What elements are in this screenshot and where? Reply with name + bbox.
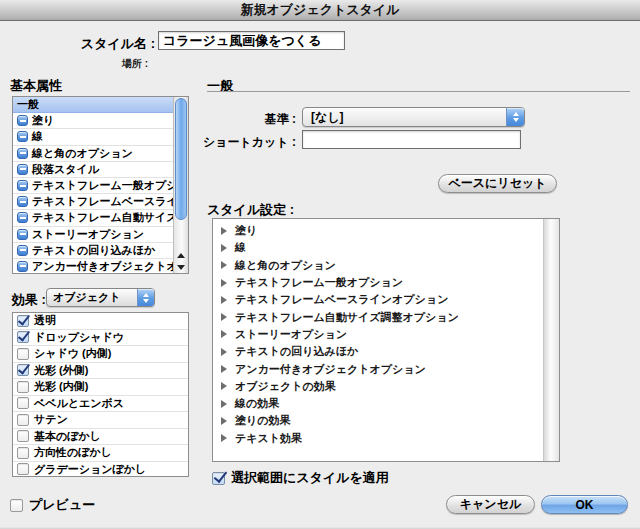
- style-name-input[interactable]: [158, 31, 345, 50]
- mixed-state-checkbox-icon[interactable]: [17, 196, 28, 207]
- style-settings-scrollbar[interactable]: [543, 219, 559, 461]
- disclosure-triangle-icon[interactable]: [221, 296, 227, 304]
- style-setting-item[interactable]: 塗り: [213, 222, 542, 239]
- effect-list-item[interactable]: ベベルとエンボス: [13, 396, 188, 413]
- attribute-item-label: 線: [32, 129, 43, 144]
- preview-checkbox[interactable]: [10, 499, 23, 512]
- attributes-scrollbar[interactable]: [173, 97, 188, 273]
- attribute-list-item[interactable]: テキストフレームベースラインオプション: [13, 194, 173, 210]
- scroll-down-button[interactable]: [174, 261, 188, 273]
- attribute-list-item[interactable]: 塗り: [13, 113, 173, 129]
- effect-list-item[interactable]: シャドウ (内側): [13, 346, 188, 363]
- disclosure-triangle-icon[interactable]: [221, 434, 227, 442]
- disclosure-triangle-icon[interactable]: [221, 348, 227, 356]
- effect-checkbox[interactable]: [17, 414, 29, 426]
- based-on-value: [なし]: [303, 108, 524, 126]
- style-name-label: スタイル名 :: [0, 35, 155, 53]
- preview-option[interactable]: プレビュー: [10, 496, 95, 514]
- disclosure-triangle-icon[interactable]: [221, 279, 227, 287]
- attribute-list-item[interactable]: 一般: [13, 97, 173, 113]
- mixed-state-checkbox-icon[interactable]: [17, 261, 28, 272]
- style-setting-label: テキストフレーム自動サイズ調整オプション: [235, 310, 459, 325]
- effect-checkbox[interactable]: [17, 397, 29, 409]
- style-setting-item[interactable]: アンカー付きオブジェクトオプション: [213, 360, 542, 377]
- reset-to-base-button[interactable]: ベースにリセット: [438, 174, 557, 193]
- arrow-up-icon: [513, 112, 519, 116]
- effect-list-item[interactable]: 透明: [13, 313, 188, 330]
- effect-list-item[interactable]: 方向性のぼかし: [13, 445, 188, 462]
- arrow-down-icon: [143, 299, 149, 303]
- style-settings-label: スタイル設定 :: [207, 201, 294, 219]
- effect-list-item[interactable]: ドロップシャドウ: [13, 330, 188, 347]
- disclosure-triangle-icon[interactable]: [221, 330, 227, 338]
- style-setting-item[interactable]: 線の効果: [213, 395, 542, 412]
- attributes-scrollbar-thumb[interactable]: [175, 98, 187, 220]
- effect-checkbox[interactable]: [17, 430, 29, 442]
- disclosure-triangle-icon[interactable]: [221, 244, 227, 252]
- style-setting-item[interactable]: 線と角のオプション: [213, 257, 542, 274]
- arrow-down-icon: [177, 265, 185, 270]
- effect-checkbox[interactable]: [17, 315, 29, 327]
- style-setting-item[interactable]: 線: [213, 239, 542, 256]
- effect-checkbox[interactable]: [17, 447, 29, 459]
- mixed-state-checkbox-icon[interactable]: [17, 148, 28, 159]
- apply-to-selection-checkbox[interactable]: [212, 472, 225, 485]
- effects-target-dropdown[interactable]: オブジェクト: [46, 288, 155, 307]
- attribute-list-item[interactable]: テキストフレーム一般オプション: [13, 178, 173, 194]
- mixed-state-checkbox-icon[interactable]: [17, 131, 28, 142]
- disclosure-triangle-icon[interactable]: [221, 400, 227, 408]
- scroll-up-button[interactable]: [174, 249, 188, 261]
- disclosure-triangle-icon[interactable]: [221, 313, 227, 321]
- effect-checkbox[interactable]: [17, 348, 29, 360]
- mixed-state-checkbox-icon[interactable]: [17, 164, 28, 175]
- style-setting-item[interactable]: テキストフレーム自動サイズ調整オプション: [213, 308, 542, 325]
- effect-list-item[interactable]: 基本のぼかし: [13, 429, 188, 446]
- based-on-dropdown[interactable]: [なし]: [302, 107, 525, 127]
- disclosure-triangle-icon[interactable]: [221, 417, 227, 425]
- effect-item-label: ベベルとエンボス: [34, 396, 124, 411]
- style-setting-item[interactable]: テキスト効果: [213, 430, 542, 447]
- effect-checkbox[interactable]: [17, 331, 29, 343]
- attribute-list-item[interactable]: 線: [13, 129, 173, 145]
- style-setting-item[interactable]: テキストの回り込みほか: [213, 343, 542, 360]
- attribute-list-item[interactable]: 段落スタイル: [13, 162, 173, 178]
- style-setting-item[interactable]: 塗りの効果: [213, 412, 542, 429]
- style-setting-item[interactable]: テキストフレームベースラインオプション: [213, 291, 542, 308]
- apply-to-selection-option[interactable]: 選択範囲にスタイルを適用: [212, 469, 389, 487]
- effect-list-item[interactable]: サテン: [13, 412, 188, 429]
- style-setting-item[interactable]: オブジェクトの効果: [213, 378, 542, 395]
- attribute-list-item[interactable]: テキストフレーム自動サイズ調整オプション: [13, 210, 173, 226]
- attribute-list-item[interactable]: 線と角のオプション: [13, 146, 173, 162]
- mixed-state-checkbox-icon[interactable]: [17, 115, 28, 126]
- mixed-state-checkbox-icon[interactable]: [17, 229, 28, 240]
- disclosure-triangle-icon[interactable]: [221, 261, 227, 269]
- disclosure-triangle-icon[interactable]: [221, 382, 227, 390]
- attribute-list-item[interactable]: テキストの回り込みほか: [13, 243, 173, 259]
- attribute-list-item[interactable]: アンカー付きオブジェクトオプション: [13, 259, 173, 273]
- mixed-state-checkbox-icon[interactable]: [17, 245, 28, 256]
- arrow-up-icon: [143, 293, 149, 297]
- effect-checkbox[interactable]: [17, 364, 29, 376]
- style-setting-item[interactable]: ストーリーオプション: [213, 326, 542, 343]
- style-setting-label: テキストフレームベースラインオプション: [235, 292, 448, 307]
- mixed-state-checkbox-icon[interactable]: [17, 180, 28, 191]
- attribute-list-item[interactable]: ストーリーオプション: [13, 227, 173, 243]
- effect-checkbox[interactable]: [17, 463, 29, 475]
- disclosure-triangle-icon[interactable]: [221, 365, 227, 373]
- disclosure-triangle-icon[interactable]: [221, 227, 227, 235]
- effect-list-item[interactable]: 光彩 (外側): [13, 363, 188, 380]
- attribute-item-label: アンカー付きオブジェクトオプション: [32, 259, 173, 273]
- effect-list-item[interactable]: グラデーションぼかし: [13, 462, 188, 478]
- attribute-item-label: 塗り: [32, 113, 54, 128]
- effect-item-label: 光彩 (外側): [34, 363, 88, 378]
- dropdown-stepper-icon: [137, 289, 154, 306]
- ok-button[interactable]: OK: [541, 495, 628, 514]
- cancel-button[interactable]: キャンセル: [446, 495, 535, 514]
- style-setting-item[interactable]: テキストフレーム一般オプション: [213, 274, 542, 291]
- effect-list-item[interactable]: 光彩 (内側): [13, 379, 188, 396]
- mixed-state-checkbox-icon[interactable]: [17, 212, 28, 223]
- shortcut-input[interactable]: [302, 130, 521, 149]
- style-setting-label: オブジェクトの効果: [235, 379, 336, 394]
- basic-attributes-heading: 基本属性: [10, 77, 62, 95]
- effect-checkbox[interactable]: [17, 381, 29, 393]
